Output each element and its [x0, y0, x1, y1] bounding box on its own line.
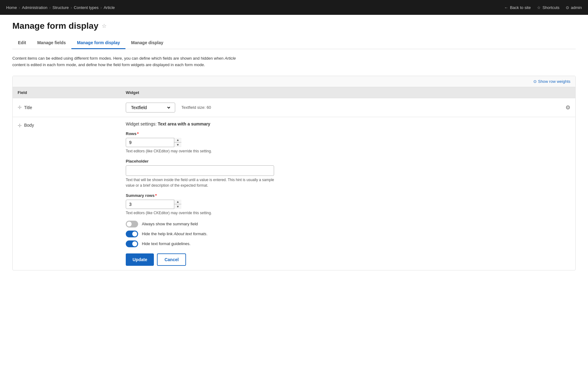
toggle-format-slider	[126, 240, 138, 247]
widget-settings-title: Widget settings: Text area with a summar…	[126, 121, 570, 126]
admin-icon: ⊙	[566, 5, 569, 10]
sep3: ›	[71, 5, 72, 10]
toggle-help-label: Hide the help link About text formats.	[142, 231, 207, 236]
placeholder-hint: Text that will be shown inside the field…	[126, 177, 280, 188]
table-header: Field Widget	[13, 87, 575, 98]
show-row-weights-label: Show row weights	[538, 79, 570, 84]
breadcrumb-home[interactable]: Home	[6, 5, 17, 10]
header-widget: Widget	[126, 90, 570, 95]
body-field-label: Body	[24, 123, 34, 128]
summary-rows-input[interactable]	[126, 200, 181, 209]
toggle-format-row: Hide text format guidelines.	[126, 240, 570, 247]
summary-rows-form-group: Summary rows* ▲ ▼ Text editors (like CKE…	[126, 193, 570, 216]
toggle-help-link-row: Hide the help link About text formats.	[126, 231, 570, 237]
toggle-format-label: Hide text format guidelines.	[142, 241, 191, 246]
body-field-cell: ✛ Body	[18, 121, 126, 266]
tab-edit[interactable]: Edit	[12, 37, 32, 49]
toggle-summary-row: Always show the summary field	[126, 221, 570, 227]
topbar: Home › Administration › Structure › Cont…	[0, 0, 588, 15]
rows-spinner: ▲ ▼	[174, 138, 181, 147]
page-content: Manage form display ☆ Edit Manage fields…	[0, 15, 588, 283]
breadcrumb: Home › Administration › Structure › Cont…	[6, 5, 115, 10]
rows-up-btn[interactable]: ▲	[174, 138, 181, 143]
topbar-right: ← Back to site ☆ Shortcuts ⊙ admin	[504, 5, 582, 10]
star-icon: ☆	[537, 5, 541, 10]
widget-settings-label-text: Widget settings:	[126, 121, 157, 126]
shortcuts-label: Shortcuts	[543, 5, 560, 10]
summary-rows-required-star: *	[155, 193, 157, 198]
tab-manage-form-display[interactable]: Manage form display	[71, 37, 125, 49]
toggle-help-slider	[126, 231, 138, 237]
body-drag-handle[interactable]: ✛	[18, 123, 22, 129]
rows-input[interactable]	[126, 138, 181, 147]
rows-required-star: *	[137, 131, 139, 136]
action-buttons: Update Cancel	[126, 253, 570, 266]
breadcrumb-content-types[interactable]: Content types	[74, 5, 99, 10]
summary-rows-hint: Text editors (like CKEditor) may overrid…	[126, 210, 280, 216]
tab-manage-display[interactable]: Manage display	[125, 37, 169, 49]
main-card: ⊙ Show row weights Field Widget ✛ Title …	[12, 76, 576, 270]
toggle-summary-slider	[126, 221, 138, 227]
rows-down-btn[interactable]: ▼	[174, 142, 181, 147]
sep4: ›	[100, 5, 102, 10]
summary-rows-input-wrap: ▲ ▼	[126, 200, 181, 209]
show-row-weights-bar: ⊙ Show row weights	[13, 76, 575, 87]
rows-label: Rows*	[126, 131, 570, 136]
title-field-label: Title	[24, 105, 32, 110]
placeholder-label: Placeholder	[126, 159, 570, 163]
widget-settings-panel: Widget settings: Text area with a summar…	[126, 121, 570, 266]
title-widget-dropdown[interactable]: Textfield	[130, 105, 171, 110]
cancel-button[interactable]: Cancel	[157, 253, 186, 266]
back-arrow-icon: ←	[504, 5, 508, 10]
bookmark-star-icon[interactable]: ☆	[102, 23, 107, 29]
breadcrumb-article[interactable]: Article	[104, 5, 115, 10]
rows-input-wrap: ▲ ▼	[126, 138, 181, 147]
summary-rows-down-btn[interactable]: ▼	[174, 204, 181, 209]
header-field: Field	[18, 90, 126, 95]
title-widget-cell: Textfield Textfield size: 60	[126, 103, 565, 112]
tabs: Edit Manage fields Manage form display M…	[12, 37, 576, 49]
breadcrumb-administration[interactable]: Administration	[22, 5, 47, 10]
widget-name: Text area with a summary	[158, 121, 210, 126]
admin-label: admin	[571, 5, 582, 10]
title-field-cell: ✛ Title	[18, 104, 126, 110]
back-to-site-label: Back to site	[510, 5, 531, 10]
page-title: Manage form display	[12, 21, 99, 31]
title-table-row: ✛ Title Textfield Textfield size: 60 ⚙	[13, 98, 575, 117]
breadcrumb-structure[interactable]: Structure	[53, 5, 69, 10]
back-to-site-link[interactable]: ← Back to site	[504, 5, 531, 10]
placeholder-input[interactable]	[126, 165, 274, 176]
placeholder-form-group: Placeholder Text that will be shown insi…	[126, 159, 570, 188]
rows-form-group: Rows* ▲ ▼ Text editors (like CKEditor) m…	[126, 131, 570, 154]
show-row-weights-link[interactable]: ⊙ Show row weights	[533, 79, 570, 84]
body-table-row: ✛ Body Widget settings: Text area with a…	[13, 117, 575, 270]
page-title-row: Manage form display ☆	[12, 21, 576, 31]
toggle-format-switch[interactable]	[126, 240, 138, 247]
summary-rows-label: Summary rows*	[126, 193, 570, 198]
tab-manage-fields[interactable]: Manage fields	[32, 37, 71, 49]
sep2: ›	[49, 5, 50, 10]
summary-rows-spinner: ▲ ▼	[174, 200, 181, 209]
title-drag-handle[interactable]: ✛	[18, 104, 22, 110]
title-gear-icon[interactable]: ⚙	[565, 104, 570, 111]
eye-icon: ⊙	[533, 79, 537, 84]
toggle-help-switch[interactable]	[126, 231, 138, 237]
shortcuts-link[interactable]: ☆ Shortcuts	[537, 5, 560, 10]
update-button[interactable]: Update	[126, 253, 154, 266]
toggle-summary-switch[interactable]	[126, 221, 138, 227]
description-text: Content items can be edited using differ…	[12, 55, 244, 68]
title-widget-select[interactable]: Textfield	[126, 103, 175, 112]
summary-rows-up-btn[interactable]: ▲	[174, 200, 181, 205]
rows-hint: Text editors (like CKEditor) may overrid…	[126, 148, 280, 154]
toggle-summary-label: Always show the summary field	[142, 222, 198, 226]
sep1: ›	[19, 5, 20, 10]
textfield-size-label: Textfield size: 60	[181, 105, 211, 110]
admin-link[interactable]: ⊙ admin	[566, 5, 582, 10]
